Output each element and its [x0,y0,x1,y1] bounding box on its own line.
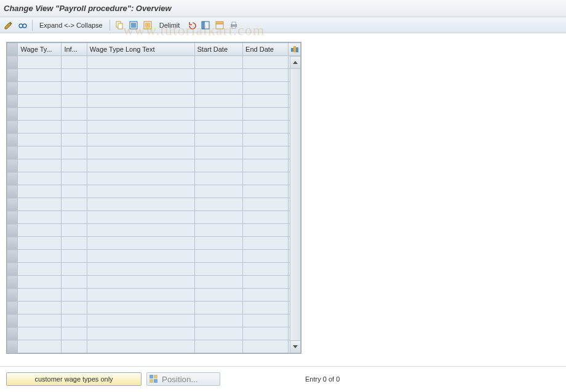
cell-start-date[interactable] [194,185,243,198]
cell-end-date[interactable] [243,340,289,353]
table-row[interactable] [7,159,301,172]
delimit-button[interactable]: Delimit [156,19,184,31]
cell-inf[interactable] [62,314,87,327]
cell-start-date[interactable] [194,82,243,95]
cell-end-date[interactable] [243,134,289,146]
cell-wage-type[interactable] [18,185,62,198]
row-selector[interactable] [7,211,18,224]
cell-inf[interactable] [62,327,87,340]
col-header-start-date[interactable]: Start Date [194,43,243,56]
table-row[interactable] [7,185,301,198]
cell-wage-type-long[interactable] [87,211,194,224]
table-row[interactable] [7,69,301,82]
cell-wage-type-long[interactable] [87,198,194,211]
row-selector[interactable] [7,172,18,185]
table-row[interactable] [7,327,301,340]
cell-wage-type-long[interactable] [87,69,194,82]
table-row[interactable] [7,172,301,185]
cell-wage-type[interactable] [18,95,62,108]
cell-end-date[interactable] [243,263,289,276]
cell-start-date[interactable] [194,172,243,185]
cell-wage-type-long[interactable] [87,185,194,198]
cell-wage-type[interactable] [18,198,62,211]
cell-wage-type[interactable] [18,250,62,263]
cell-wage-type-long[interactable] [87,263,194,276]
cell-inf[interactable] [62,108,87,121]
cell-start-date[interactable] [194,302,243,314]
cell-inf[interactable] [62,121,87,134]
cell-end-date[interactable] [243,314,289,327]
cell-start-date[interactable] [194,340,243,353]
row-selector[interactable] [7,276,18,289]
cell-end-date[interactable] [243,69,289,82]
table-row[interactable] [7,146,301,159]
row-selector[interactable] [7,108,18,121]
row-selector[interactable] [7,146,18,159]
undo-icon[interactable] [185,19,197,31]
cell-wage-type[interactable] [18,263,62,276]
row-selector[interactable] [7,159,18,172]
column-select-icon[interactable] [199,19,212,31]
row-selector[interactable] [7,95,18,108]
cell-inf[interactable] [62,302,87,314]
cell-inf[interactable] [62,185,87,198]
row-selector[interactable] [7,198,18,211]
cell-start-date[interactable] [194,327,243,340]
cell-end-date[interactable] [243,237,289,250]
customer-wage-types-button[interactable]: customer wage types only [6,372,142,386]
col-header-inf[interactable]: Inf... [62,43,87,56]
cell-wage-type-long[interactable] [87,82,194,95]
cell-end-date[interactable] [243,289,289,302]
cell-inf[interactable] [62,263,87,276]
cell-wage-type-long[interactable] [87,250,194,263]
cell-start-date[interactable] [194,56,243,69]
cell-inf[interactable] [62,211,87,224]
cell-wage-type-long[interactable] [87,276,194,289]
cell-inf[interactable] [62,250,87,263]
vertical-scrollbar[interactable] [290,56,301,353]
row-selector[interactable] [7,134,18,146]
cell-end-date[interactable] [243,276,289,289]
cell-wage-type-long[interactable] [87,172,194,185]
cell-wage-type-long[interactable] [87,121,194,134]
cell-inf[interactable] [62,82,87,95]
cell-end-date[interactable] [243,56,289,69]
cell-inf[interactable] [62,289,87,302]
cell-inf[interactable] [62,172,87,185]
cell-start-date[interactable] [194,211,243,224]
cell-start-date[interactable] [194,198,243,211]
table-row[interactable] [7,56,301,69]
cell-inf[interactable] [62,276,87,289]
row-selector[interactable] [7,69,18,82]
table-row[interactable] [7,198,301,211]
cell-start-date[interactable] [194,237,243,250]
table-row[interactable] [7,276,301,289]
cell-wage-type[interactable] [18,69,62,82]
cell-end-date[interactable] [243,327,289,340]
row-selector[interactable] [7,327,18,340]
row-selector[interactable] [7,237,18,250]
toggle-change-icon[interactable] [2,19,15,31]
cell-wage-type[interactable] [18,314,62,327]
cell-wage-type[interactable] [18,289,62,302]
cell-start-date[interactable] [194,224,243,237]
cell-end-date[interactable] [243,250,289,263]
row-selector-header[interactable] [7,43,18,56]
col-header-wage-type[interactable]: Wage Ty... [18,43,62,56]
cell-inf[interactable] [62,95,87,108]
cell-wage-type-long[interactable] [87,340,194,353]
table-row[interactable] [7,340,301,353]
cell-start-date[interactable] [194,263,243,276]
position-button[interactable]: Position... [146,372,220,386]
table-row[interactable] [7,108,301,121]
cell-wage-type-long[interactable] [87,314,194,327]
cell-inf[interactable] [62,69,87,82]
row-selector[interactable] [7,263,18,276]
cell-start-date[interactable] [194,159,243,172]
cell-inf[interactable] [62,198,87,211]
cell-start-date[interactable] [194,134,243,146]
table-row[interactable] [7,95,301,108]
cell-start-date[interactable] [194,289,243,302]
cell-inf[interactable] [62,237,87,250]
row-selector[interactable] [7,121,18,134]
